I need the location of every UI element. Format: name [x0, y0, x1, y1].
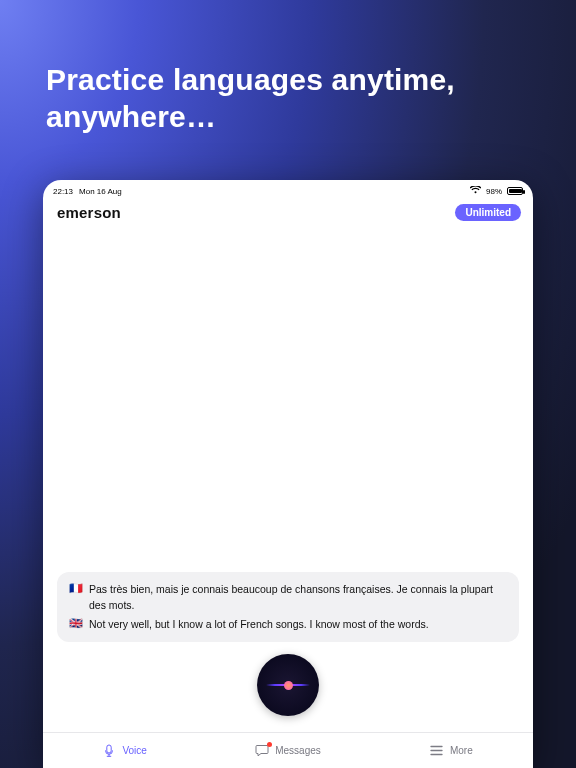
chat-bubble: 🇫🇷 Pas très bien, mais je connais beauco…	[57, 572, 519, 642]
app-name: emerson	[57, 204, 121, 221]
tab-messages[interactable]: Messages	[206, 733, 369, 768]
status-time: 22:13	[53, 187, 73, 196]
tab-messages-label: Messages	[275, 745, 321, 756]
tab-more[interactable]: More	[370, 733, 533, 768]
promo-background: Practice languages anytime, anywhere… 22…	[0, 0, 576, 768]
hamburger-icon	[430, 744, 444, 758]
flag-gb-icon: 🇬🇧	[69, 617, 83, 630]
tab-bar: Voice Messages More	[43, 732, 533, 768]
tab-more-label: More	[450, 745, 473, 756]
voice-record-button[interactable]	[257, 654, 319, 716]
status-bar: 22:13 Mon 16 Aug 98%	[43, 180, 533, 198]
tab-voice[interactable]: Voice	[43, 733, 206, 768]
bubble-text-fr: Pas très bien, mais je connais beaucoup …	[89, 582, 507, 612]
device-frame: 22:13 Mon 16 Aug 98% emerson Unlimited 🇫…	[43, 180, 533, 768]
marketing-headline: Practice languages anytime, anywhere…	[46, 62, 536, 135]
unlimited-badge[interactable]: Unlimited	[455, 204, 521, 221]
microphone-icon	[102, 744, 116, 758]
battery-icon	[507, 187, 523, 195]
wifi-icon	[470, 186, 481, 196]
status-date: Mon 16 Aug	[79, 187, 122, 196]
voice-wave-icon	[266, 676, 310, 694]
tab-voice-label: Voice	[122, 745, 146, 756]
bubble-text-en: Not very well, but I know a lot of Frenc…	[89, 617, 429, 632]
battery-percent: 98%	[486, 187, 502, 196]
chat-bubble-icon	[255, 744, 269, 758]
flag-fr-icon: 🇫🇷	[69, 582, 83, 595]
app-header: emerson Unlimited	[43, 198, 533, 227]
